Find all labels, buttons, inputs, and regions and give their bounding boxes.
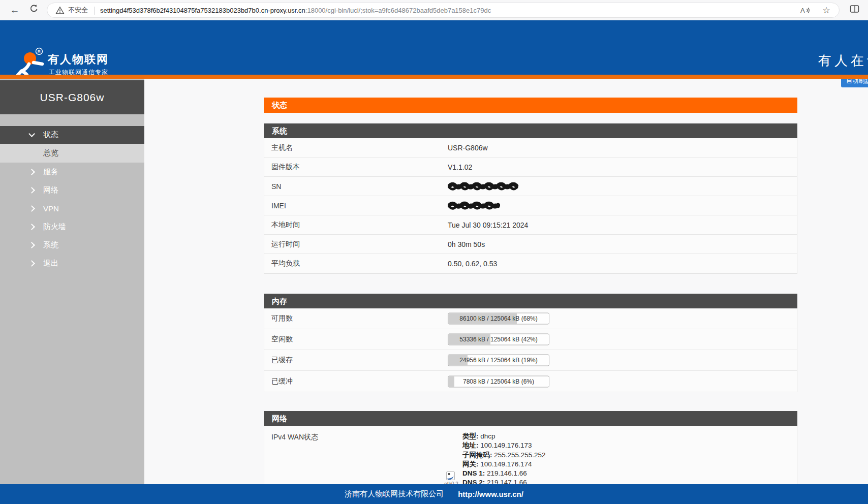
sidebar-item-label: VPN [43, 204, 59, 213]
wan-detail-line: 网关: 100.149.176.174 [462, 460, 546, 469]
redacted-value [448, 201, 505, 210]
wan-detail-key: 类型: [462, 432, 479, 440]
chevron-right-icon [28, 260, 35, 267]
table-row: 平均负载0.50, 0.62, 0.53 [264, 254, 797, 273]
sidebar-item-label: 防火墙 [43, 222, 66, 232]
chevron-right-icon [28, 242, 35, 248]
read-aloud-icon: A [799, 6, 811, 15]
sidebar-item-总览[interactable]: 总览 [0, 144, 144, 163]
wan-detail-line: DNS 1: 219.146.1.66 [462, 469, 546, 478]
row-label: 空闲数 [271, 335, 293, 344]
site-header: R 有人物联网 工业物联网通信专家 有人在认 自动刷新 开 [0, 20, 868, 75]
device-name: USR-G806w [0, 80, 144, 114]
chevron-right-icon [28, 169, 35, 175]
sidebar-item-系统[interactable]: 系统 [0, 236, 144, 254]
wan-detail-value: 219.146.1.66 [487, 469, 527, 477]
row-value: Tue Jul 30 09:15:21 2024 [448, 221, 528, 229]
sidebar-item-服务[interactable]: 服务 [0, 163, 144, 181]
url-text: settingd4f53d378f6b2f43104875fa7532183b0… [100, 7, 491, 14]
redaction-scribble [448, 182, 523, 191]
read-aloud-button[interactable]: A [799, 6, 811, 16]
sidebar-item-label: 总览 [43, 148, 58, 158]
row-value: USR-G806w [448, 144, 488, 152]
svg-text:R: R [38, 49, 41, 54]
row-label: SN [271, 182, 281, 191]
sidebar-menu: 状态总览服务网络VPN防火墙系统退出 [0, 126, 144, 272]
chevron-right-icon [28, 205, 35, 212]
refresh-button[interactable] [27, 4, 41, 16]
wan-detail-key: 子网掩码: [462, 451, 492, 459]
page-title: 状态 [264, 98, 797, 113]
divider [94, 7, 95, 15]
sidebar-item-label: 系统 [43, 240, 58, 250]
system-table: 主机名USR-G806w固件版本V1.1.02SNIMEI本地时间Tue Jul… [264, 138, 797, 274]
wan-detail-value: 255.255.255.252 [494, 451, 545, 459]
footer: 济南有人物联网技术有限公司 http://www.usr.cn/ [0, 484, 868, 504]
url-path: :18000/cgi-bin/luci/;stok=a9fc6d48672baa… [305, 7, 491, 14]
table-row: 已缓存24956 kB / 125064 kB (19%) [264, 350, 797, 371]
row-label: 主机名 [271, 143, 293, 152]
browser-toolbar: ← 不安全 settingd4f53d378f6b2f43104875fa753… [0, 0, 868, 20]
table-row: SN [264, 177, 797, 196]
table-row: IMEI [264, 196, 797, 215]
wan-detail-key: 网关: [462, 460, 479, 468]
sidebar-item-label: 网络 [43, 185, 58, 195]
memory-progress-bar: 86100 kB / 125064 kB (68%) [448, 313, 549, 325]
redacted-value [448, 182, 523, 191]
row-label: 运行时间 [271, 240, 300, 249]
memory-progress-bar: 53336 kB / 125064 kB (42%) [448, 334, 549, 345]
row-value: 0.50, 0.62, 0.53 [448, 260, 497, 268]
sidebar-item-退出[interactable]: 退出 [0, 254, 144, 272]
sidebar-item-VPN[interactable]: VPN [0, 199, 144, 217]
security-indicator[interactable]: 不安全 [55, 6, 88, 15]
table-row: 运行时间0h 30m 50s [264, 235, 797, 254]
wan-details: 类型: dhcp地址: 100.149.176.173子网掩码: 255.255… [462, 432, 546, 488]
sidebar-item-防火墙[interactable]: 防火墙 [0, 217, 144, 236]
brand-title: 有人物联网 [48, 52, 109, 67]
security-label: 不安全 [68, 6, 88, 15]
wan-detail-value: dhcp [480, 432, 495, 440]
wan-detail-value: 100.149.176.173 [480, 442, 532, 449]
back-button[interactable]: ← [8, 4, 21, 16]
row-label: 已缓冲 [271, 377, 293, 386]
table-row: 可用数86100 kB / 125064 kB (68%) [264, 308, 797, 329]
row-label: 已缓存 [271, 356, 293, 365]
section-header-memory: 内存 [264, 294, 797, 308]
wan-detail-key: 地址: [462, 442, 479, 449]
sidebar-item-状态[interactable]: 状态 [0, 126, 144, 144]
redaction-scribble [448, 201, 505, 210]
sidebar-item-网络[interactable]: 网络 [0, 181, 144, 199]
row-label: 本地时间 [271, 220, 300, 230]
warning-icon [55, 6, 65, 15]
sidebar-item-label: 服务 [43, 167, 58, 177]
chevron-right-icon [28, 187, 35, 194]
wan-detail-value: 100.149.176.174 [480, 460, 532, 468]
ethernet-interface-icon [446, 471, 455, 480]
favorite-star-button[interactable]: ☆ [821, 6, 832, 16]
split-screen-button[interactable] [848, 4, 861, 16]
refresh-icon [29, 4, 39, 13]
svg-text:A: A [800, 7, 805, 14]
footer-link[interactable]: http://www.usr.cn/ [458, 490, 523, 498]
row-label: IMEI [271, 202, 286, 210]
row-value: V1.1.02 [448, 163, 472, 171]
table-row: 主机名USR-G806w [264, 138, 797, 158]
footer-company: 济南有人物联网技术有限公司 [345, 489, 444, 499]
memory-table: 可用数86100 kB / 125064 kB (68%)空闲数53336 kB… [264, 308, 797, 392]
row-label: 可用数 [271, 314, 293, 323]
header-slogan: 有人在认 [818, 52, 868, 70]
row-label: 固件版本 [271, 163, 300, 172]
table-row: 已缓冲7808 kB / 125064 kB (6%) [264, 371, 797, 392]
progress-text: 86100 kB / 125064 kB (68%) [448, 313, 549, 324]
table-row: 固件版本V1.1.02 [264, 158, 797, 177]
accent-strip [0, 75, 868, 79]
sidebar-item-label: 退出 [43, 259, 58, 268]
memory-progress-bar: 7808 kB / 125064 kB (6%) [448, 375, 549, 387]
address-bar[interactable]: 不安全 settingd4f53d378f6b2f43104875fa75321… [47, 3, 840, 18]
wan-detail-line: 子网掩码: 255.255.255.252 [462, 451, 546, 460]
row-value: 0h 30m 50s [448, 240, 485, 248]
progress-text: 53336 kB / 125064 kB (42%) [448, 334, 549, 345]
progress-text: 24956 kB / 125064 kB (19%) [448, 355, 549, 366]
wan-detail-line: 地址: 100.149.176.173 [462, 441, 546, 450]
wan-detail-line: 类型: dhcp [462, 432, 546, 441]
